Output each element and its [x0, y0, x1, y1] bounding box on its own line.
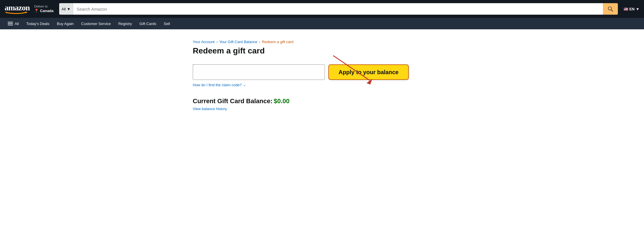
nav-item-registry[interactable]: Registry: [115, 18, 135, 29]
nav-item-gift-cards[interactable]: Gift Cards: [136, 18, 160, 29]
breadcrumb-separator-2: ›: [259, 40, 260, 44]
hamburger-icon: [8, 22, 13, 25]
deliver-to-country: 📍 Canada: [34, 9, 53, 14]
balance-amount: $0.00: [274, 97, 290, 105]
find-claim-link[interactable]: How do I find the claim code? ⌄: [193, 83, 451, 87]
language-selector[interactable]: 🇺🇸 EN ▼: [624, 7, 639, 11]
nav-item-customer-service[interactable]: Customer Service: [78, 18, 114, 29]
deliver-to-label: Deliver to: [34, 4, 47, 8]
breadcrumb-gift-card-balance[interactable]: Your Gift Card Balance: [219, 40, 257, 44]
breadcrumb-your-account[interactable]: Your Account: [193, 40, 215, 44]
chevron-down-icon: ▼: [636, 7, 639, 11]
nav-item-todays-deals[interactable]: Today's Deals: [23, 18, 53, 29]
language-label: EN: [629, 7, 635, 11]
location-icon: 📍: [34, 9, 39, 14]
amazon-logo[interactable]: amazon: [5, 4, 30, 14]
nav-item-all[interactable]: All: [5, 18, 22, 29]
form-section: Enter claim code (dashes not required) A…: [193, 64, 451, 87]
svg-line-2: [611, 10, 613, 11]
main-content: Your Account › Your Gift Card Balance › …: [193, 29, 451, 122]
main-nav: All Today's Deals Buy Again Customer Ser…: [0, 18, 644, 29]
nav-item-sell[interactable]: Sell: [161, 18, 173, 29]
breadcrumb-current: Redeem a gift card: [262, 40, 294, 44]
search-button[interactable]: [603, 3, 618, 15]
search-input[interactable]: [73, 3, 603, 15]
balance-label: Current Gift Card Balance:: [193, 97, 273, 105]
input-button-row: Apply to your balance: [193, 64, 451, 80]
breadcrumb-separator-1: ›: [216, 40, 217, 44]
search-category-button[interactable]: All ▼: [59, 3, 73, 15]
search-bar: All ▼: [59, 3, 618, 15]
apply-button[interactable]: Apply to your balance: [328, 64, 409, 80]
claim-code-input[interactable]: [193, 64, 325, 80]
flag-icon: 🇺🇸: [624, 7, 628, 11]
amazon-arrow-icon: [5, 11, 28, 14]
nav-item-buy-again[interactable]: Buy Again: [54, 18, 77, 29]
view-history-link[interactable]: View balance history: [193, 107, 451, 111]
search-icon: [608, 6, 613, 12]
svg-marker-0: [25, 11, 28, 13]
header-right: 🇺🇸 EN ▼: [624, 7, 639, 11]
page-title: Redeem a gift card: [193, 46, 451, 55]
chevron-down-icon: ▼: [67, 7, 71, 11]
chevron-down-icon: ⌄: [243, 83, 246, 87]
nav-all-label: All: [15, 22, 19, 26]
balance-section: Current Gift Card Balance: $0.00 View ba…: [193, 97, 451, 111]
search-category-label: All: [61, 7, 65, 11]
deliver-to[interactable]: Deliver to 📍 Canada: [34, 4, 53, 13]
breadcrumb: Your Account › Your Gift Card Balance › …: [193, 35, 451, 46]
